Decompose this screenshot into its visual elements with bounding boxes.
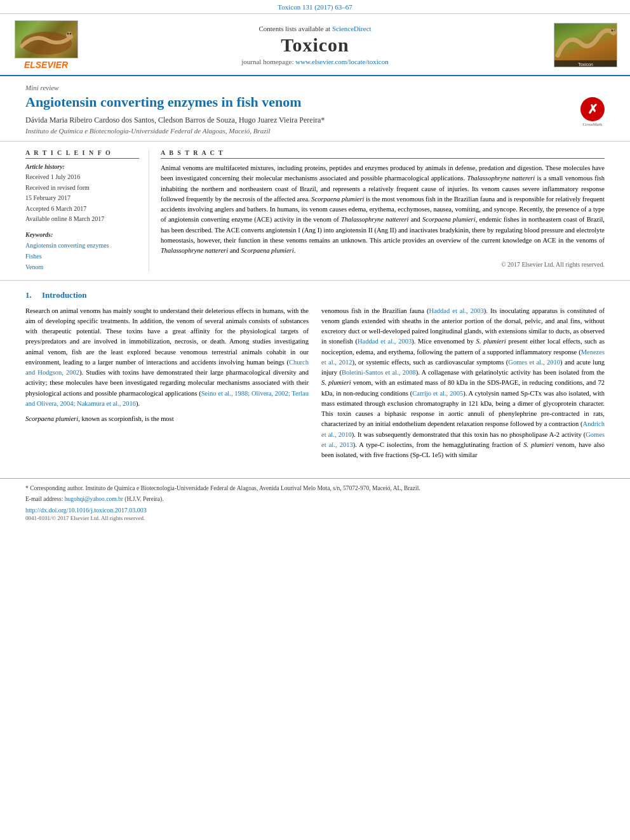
body-para-3: venomous fish in the Brazilian fauna (Ha…: [321, 306, 605, 461]
email-label: E-mail address:: [25, 496, 63, 502]
journal-logo-right: Toxicon: [551, 23, 617, 67]
keyword-2: Fishes: [25, 251, 139, 262]
footnote-area: * Corresponding author. Instituto de Quí…: [0, 478, 630, 524]
accepted-date: Accepted 6 March 2017: [25, 204, 139, 215]
crossmark-icon: ✗: [580, 97, 605, 121]
body-para-2: Scorpaena plumieri, known as scorpionfis…: [25, 414, 309, 424]
body-right: venomous fish in the Brazilian fauna (Ha…: [321, 306, 605, 466]
contents-text: Contents lists available at: [258, 25, 330, 32]
elsevier-label: ELSEVIER: [24, 60, 68, 70]
copyright-line: © 2017 Elsevier Ltd. All rights reserved…: [161, 261, 605, 268]
svg-point-4: [69, 33, 71, 35]
body-section: 1. Introduction Research on animal venom…: [0, 281, 630, 472]
intro-title: Introduction: [42, 290, 87, 300]
keywords-section: Keywords: Angiotensin converting enzymes…: [25, 231, 139, 272]
intro-number: 1.: [25, 290, 32, 300]
footnote-author: * Corresponding author. Instituto de Quí…: [25, 484, 605, 493]
svg-text:Toxicon: Toxicon: [578, 62, 593, 67]
svg-point-2: [66, 32, 72, 38]
two-col-body: Research on animal venoms has mainly sou…: [25, 306, 605, 466]
crossmark-badge: ✗ CrossMark: [580, 97, 605, 127]
svg-point-3: [67, 33, 69, 35]
received-revised-label: Received in revised form: [25, 183, 139, 194]
intro-spacing: [34, 290, 40, 300]
article-dates: Received 1 July 2016 Received in revised…: [25, 172, 139, 225]
article-title: Angiotensin converting enzymes in fish v…: [25, 94, 571, 110]
article-info-col: A R T I C L E I N F O Article history: R…: [25, 149, 149, 272]
article-info-header: A R T I C L E I N F O: [25, 149, 139, 159]
journal-header: ELSEVIER Contents lists available at Sci…: [0, 14, 630, 76]
elsevier-logo-block: ELSEVIER: [13, 20, 79, 70]
journal-center: Contents lists available at ScienceDirec…: [86, 25, 544, 65]
revised-date: 15 February 2017: [25, 193, 139, 204]
keyword-3: Venom: [25, 262, 139, 272]
snake-svg-left: [15, 21, 77, 58]
author-affiliation: Instituto de Química e Biotecnologia-Uni…: [25, 127, 571, 135]
article-header-section: Mini review Angiotensin converting enzym…: [0, 76, 630, 142]
snake-svg-right: Toxicon: [554, 23, 617, 67]
abstract-text: Animal venoms are multifaceted mixtures,…: [161, 163, 605, 256]
sciencedirect-link[interactable]: ScienceDirect: [332, 25, 372, 32]
author-names: Dávida Maria Ribeiro Cardoso dos Santos,…: [25, 116, 571, 125]
homepage-link[interactable]: www.elsevier.com/locate/toxicon: [295, 58, 389, 65]
doi-link[interactable]: http://dx.doi.org/10.1016/j.toxicon.2017…: [25, 507, 605, 514]
mini-review-label: Mini review: [25, 84, 605, 91]
keywords-label: Keywords:: [25, 231, 139, 238]
intro-heading: 1. Introduction: [25, 290, 605, 300]
svg-point-7: [612, 30, 613, 32]
homepage-label: journal homepage:: [241, 58, 293, 65]
abstract-header: A B S T R A C T: [161, 149, 605, 159]
available-online: Available online 8 March 2017: [25, 214, 139, 225]
snake-image-left: [15, 20, 78, 58]
issn-line: 0041-0101/© 2017 Elsevier Ltd. All right…: [25, 515, 605, 521]
homepage-line: journal homepage: www.elsevier.com/locat…: [86, 58, 544, 65]
top-bar: Toxicon 131 (2017) 63–67: [0, 0, 630, 14]
footnote-email-line: E-mail address: hugohqi@yahoo.com.br (H.…: [25, 495, 605, 503]
contents-line: Contents lists available at ScienceDirec…: [86, 25, 544, 32]
body-left: Research on animal venoms has mainly sou…: [25, 306, 309, 466]
journal-title-text: Toxicon: [86, 34, 544, 56]
email-address[interactable]: hugohqi@yahoo.com.br: [65, 496, 123, 502]
toxicon-image-right: Toxicon: [554, 23, 617, 67]
article-info-abstract: A R T I C L E I N F O Article history: R…: [0, 142, 630, 281]
abstract-col: A B S T R A C T Animal venoms are multif…: [149, 149, 605, 272]
history-label: Article history:: [25, 163, 139, 170]
received-date: Received 1 July 2016: [25, 172, 139, 183]
journal-citation: Toxicon 131 (2017) 63–67: [278, 3, 352, 11]
keyword-1: Angiotensin converting enzymes: [25, 240, 139, 251]
email-suffix: (H.J.V. Pereira).: [124, 496, 163, 502]
body-para-1: Research on animal venoms has mainly sou…: [25, 306, 309, 410]
